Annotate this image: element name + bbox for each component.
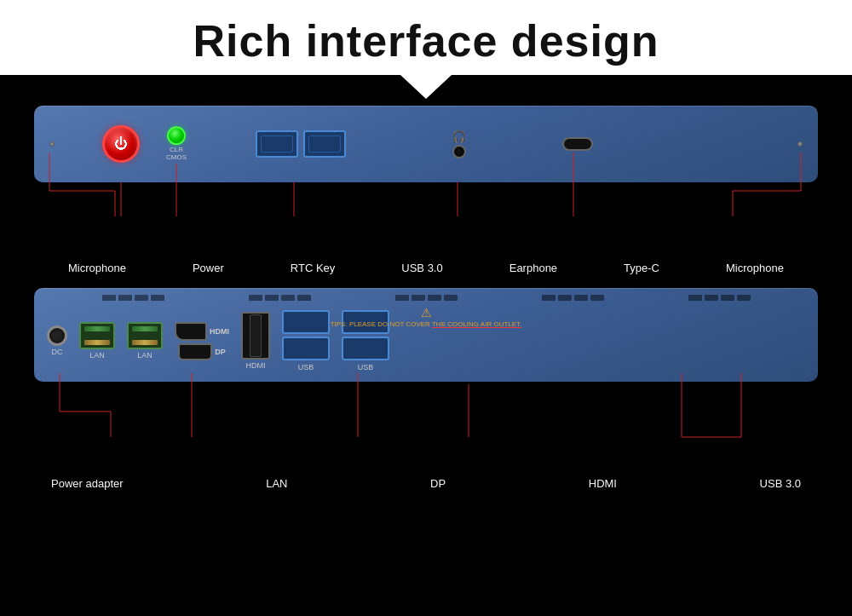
dp-label-inline2: DP (215, 348, 226, 356)
lan1-label-small: LAN (89, 351, 105, 360)
mic-left-port (49, 141, 55, 147)
label-lan-bottom: LAN (266, 477, 287, 490)
dc-label-small: DC (52, 348, 63, 356)
typec-port[interactable] (562, 137, 593, 151)
usb2-label-small: USB (358, 363, 374, 371)
lan2-label-small: LAN (137, 351, 153, 360)
usb1-group: USB (282, 310, 330, 371)
label-typec: Type-C (624, 262, 659, 274)
cmos-button-port (167, 126, 186, 145)
label-power: Power (193, 262, 224, 274)
warning-icon: ⚠ (421, 306, 432, 320)
cmos-label: CLRCMOS (166, 147, 187, 162)
usb-back-port-2[interactable] (282, 337, 330, 360)
dp-label-inline: HDMI (210, 327, 229, 336)
warning-text: TIPS: PLEASE DO NOT COVER THE COOLING AI… (331, 320, 522, 328)
hdmi-label-small: HDMI (246, 361, 266, 370)
back-labels-row: Power adapter LAN DP HDMI USB 3.0 (34, 477, 818, 490)
back-warning: ⚠ TIPS: PLEASE DO NOT COVER THE COOLING … (331, 305, 522, 328)
hdmi-port-tall[interactable] (241, 312, 270, 360)
hdmi-port-left[interactable] (178, 343, 212, 360)
label-hdmi-bottom: HDMI (589, 477, 617, 490)
dc-port-group: DC (47, 325, 67, 356)
label-mic-right: Microphone (726, 262, 784, 274)
audio-jack-port[interactable] (452, 145, 466, 158)
usb30-port-1[interactable] (256, 130, 298, 158)
label-power-adapter: Power adapter (51, 477, 124, 490)
header-section: Rich interface design (0, 0, 852, 75)
mic-right-port (797, 141, 803, 147)
usb30-port-2[interactable] (303, 130, 346, 158)
page-title: Rich interface design (0, 15, 852, 66)
dp-hdmi-left-group: HDMI DP (175, 322, 229, 360)
lan1-port-group: LAN (79, 322, 115, 360)
lan2-port-group: LAN (127, 322, 163, 360)
label-earphone: Earphone (509, 262, 557, 274)
front-panel-section: ⏻ CLRCMOS 🎧 (34, 106, 818, 274)
headphone-icon: 🎧 (452, 130, 466, 143)
label-usb30: USB 3.0 (401, 262, 442, 274)
dc-power-port[interactable] (47, 325, 67, 346)
front-device-image: ⏻ CLRCMOS 🎧 (34, 106, 818, 182)
back-panel-section: ⚠ TIPS: PLEASE DO NOT COVER THE COOLING … (34, 288, 818, 490)
back-vents (34, 295, 818, 301)
hdmi-port-group: HDMI (241, 312, 270, 370)
dp-port[interactable] (175, 322, 207, 341)
usb-back-port-1[interactable] (282, 310, 330, 334)
label-usb30-bottom: USB 3.0 (760, 477, 801, 490)
front-labels-row: Microphone Power RTC Key USB 3.0 Earphon… (34, 259, 818, 274)
power-button-port[interactable]: ⏻ (102, 125, 140, 163)
header-arrow (400, 75, 452, 99)
usb-back-port-4[interactable] (342, 337, 389, 360)
label-mic-left: Microphone (68, 262, 126, 274)
usb1-label-small: USB (298, 363, 314, 371)
back-device-image: ⚠ TIPS: PLEASE DO NOT COVER THE COOLING … (34, 288, 818, 382)
label-dp-bottom: DP (430, 477, 446, 490)
lan1-port[interactable] (79, 322, 115, 349)
label-rtc: RTC Key (291, 262, 336, 274)
lan2-port[interactable] (127, 322, 163, 349)
